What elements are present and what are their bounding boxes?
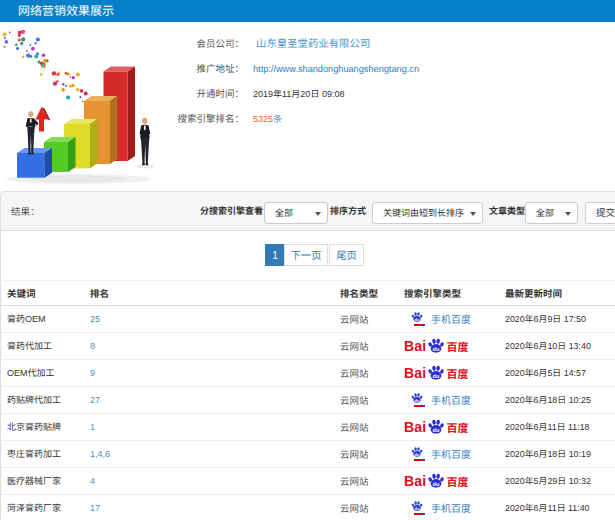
svg-text:du: du bbox=[433, 373, 440, 379]
svg-text:du: du bbox=[433, 481, 440, 487]
svg-text:du: du bbox=[415, 398, 420, 403]
svg-text:du: du bbox=[415, 452, 420, 457]
svg-text:du: du bbox=[415, 317, 420, 322]
svg-text:du: du bbox=[433, 427, 440, 433]
svg-text:du: du bbox=[433, 346, 440, 352]
svg-text:du: du bbox=[415, 506, 420, 511]
